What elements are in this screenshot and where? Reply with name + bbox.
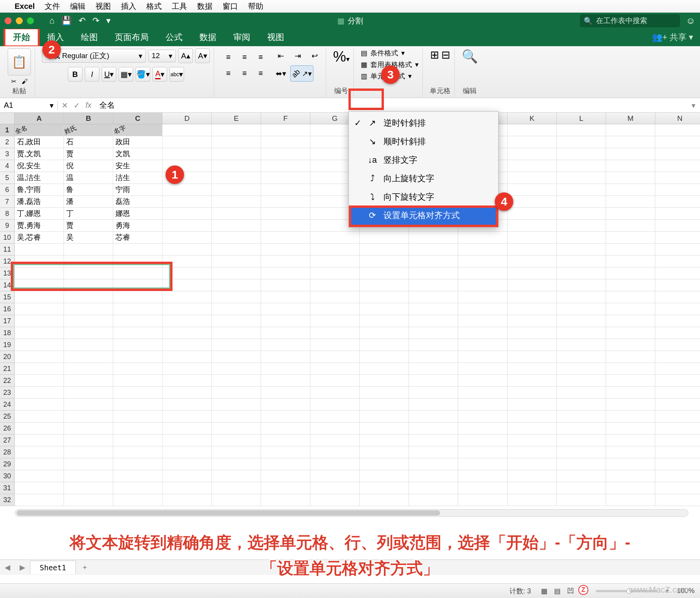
select-all-corner[interactable]	[0, 113, 15, 124]
cell[interactable]	[507, 124, 557, 136]
col-header-D[interactable]: D	[162, 113, 212, 124]
menu-edit[interactable]: 编辑	[70, 1, 85, 12]
add-sheet-icon[interactable]: +	[76, 563, 94, 572]
cell[interactable]	[360, 399, 409, 411]
cell[interactable]	[557, 244, 606, 256]
underline-button[interactable]: U▾	[102, 67, 116, 82]
cell[interactable]	[606, 494, 655, 506]
cell[interactable]	[409, 267, 458, 279]
cell[interactable]	[310, 279, 360, 291]
cell[interactable]	[507, 291, 557, 303]
cell[interactable]	[557, 411, 606, 423]
cell[interactable]	[162, 434, 212, 446]
cell[interactable]	[310, 423, 360, 434]
cell[interactable]	[409, 339, 458, 351]
cell[interactable]	[212, 363, 261, 375]
cell[interactable]: 名字	[113, 124, 162, 136]
cell[interactable]	[64, 303, 113, 315]
cell[interactable]	[360, 434, 409, 446]
cell[interactable]	[261, 244, 310, 256]
cell[interactable]	[507, 411, 557, 423]
cell[interactable]	[409, 279, 458, 291]
cell[interactable]	[507, 196, 557, 208]
cell[interactable]	[212, 387, 261, 399]
cell[interactable]	[162, 482, 212, 494]
cell[interactable]	[360, 411, 409, 423]
cell[interactable]	[64, 470, 113, 482]
row-header-11[interactable]: 11	[0, 244, 15, 256]
cell[interactable]: 磊浩	[113, 196, 162, 208]
cell[interactable]	[507, 399, 557, 411]
tab-review[interactable]: 审阅	[225, 28, 259, 46]
cell[interactable]	[113, 244, 162, 256]
row-header-27[interactable]: 27	[0, 434, 15, 446]
cell[interactable]	[310, 399, 360, 411]
cell[interactable]	[655, 208, 700, 220]
cell[interactable]	[113, 399, 162, 411]
cell[interactable]	[507, 470, 557, 482]
cell[interactable]	[507, 482, 557, 494]
cell[interactable]	[310, 267, 360, 279]
cell[interactable]	[655, 124, 700, 136]
cell[interactable]	[360, 267, 409, 279]
cell[interactable]	[606, 303, 655, 315]
cell[interactable]	[655, 458, 700, 470]
cell[interactable]	[606, 339, 655, 351]
cell[interactable]	[310, 482, 360, 494]
col-header-E[interactable]: E	[212, 113, 261, 124]
cell[interactable]	[64, 327, 113, 339]
cell[interactable]	[606, 315, 655, 327]
cell[interactable]	[261, 136, 310, 148]
menu-tools[interactable]: 工具	[172, 1, 187, 12]
cell[interactable]	[409, 434, 458, 446]
orient-cw[interactable]: ↘顺时针斜排	[349, 132, 498, 151]
cell[interactable]	[606, 351, 655, 363]
cell[interactable]	[15, 244, 64, 256]
cell[interactable]	[507, 184, 557, 196]
cell[interactable]	[606, 446, 655, 458]
home-icon[interactable]: ⌂	[49, 16, 54, 26]
cell[interactable]	[212, 482, 261, 494]
cell[interactable]	[261, 148, 310, 160]
row-header-10[interactable]: 10	[0, 232, 15, 244]
orient-ccw[interactable]: ✓↗逆时针斜排	[349, 114, 498, 132]
align-middle-icon[interactable]: ≡	[237, 50, 252, 64]
cell[interactable]	[360, 232, 409, 244]
cell[interactable]	[557, 184, 606, 196]
row-headers[interactable]: 1234567891011121314151617181920212223242…	[0, 124, 15, 506]
cell[interactable]	[507, 351, 557, 363]
cell[interactable]	[113, 315, 162, 327]
row-header-15[interactable]: 15	[0, 291, 15, 303]
row-header-30[interactable]: 30	[0, 470, 15, 482]
cell[interactable]	[310, 327, 360, 339]
cell[interactable]	[655, 184, 700, 196]
cell[interactable]: 倪	[64, 160, 113, 172]
decrease-font-icon[interactable]: A▾	[195, 48, 210, 63]
cell[interactable]	[162, 148, 212, 160]
cell[interactable]	[606, 267, 655, 279]
cell[interactable]	[64, 446, 113, 458]
cell[interactable]	[409, 291, 458, 303]
row-header-7[interactable]: 7	[0, 196, 15, 208]
cell[interactable]: 全名	[15, 124, 64, 136]
cell[interactable]	[557, 303, 606, 315]
cell[interactable]	[655, 423, 700, 434]
cell[interactable]	[15, 423, 64, 434]
cell[interactable]	[162, 208, 212, 220]
cell[interactable]	[655, 399, 700, 411]
cell[interactable]	[162, 375, 212, 387]
cell[interactable]: 吴	[64, 232, 113, 244]
align-left-icon[interactable]: ≡	[221, 66, 236, 80]
cell[interactable]	[113, 363, 162, 375]
cell[interactable]	[655, 172, 700, 184]
cell[interactable]	[261, 434, 310, 446]
cell[interactable]	[15, 351, 64, 363]
cell[interactable]	[212, 244, 261, 256]
cell[interactable]	[458, 423, 507, 434]
cell[interactable]: 政田	[113, 136, 162, 148]
merge-icon[interactable]: ⬌▾	[273, 66, 288, 81]
bold-button[interactable]: B	[68, 67, 82, 82]
cell[interactable]	[162, 315, 212, 327]
row-header-6[interactable]: 6	[0, 184, 15, 196]
cell[interactable]	[261, 291, 310, 303]
